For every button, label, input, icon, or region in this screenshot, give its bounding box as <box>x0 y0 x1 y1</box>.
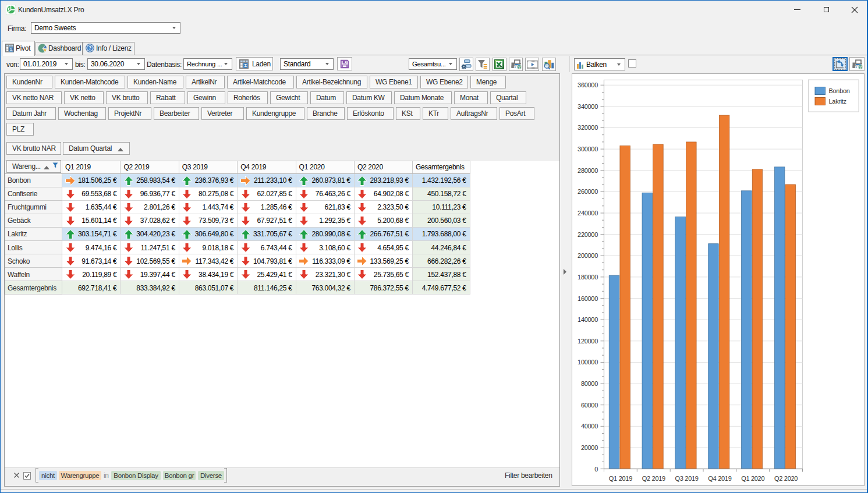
svg-text:220000: 220000 <box>578 231 598 238</box>
svg-text:?: ? <box>859 65 862 70</box>
svg-text:320000: 320000 <box>578 124 598 131</box>
svg-text:60000: 60000 <box>581 402 598 409</box>
svg-text:?: ? <box>518 65 520 70</box>
svg-text:0: 0 <box>594 466 598 473</box>
svg-text:100000: 100000 <box>578 359 598 366</box>
svg-text:180000: 180000 <box>578 274 598 281</box>
svg-text:140000: 140000 <box>578 316 598 323</box>
svg-text:Bonbon: Bonbon <box>829 87 850 94</box>
svg-text:240000: 240000 <box>578 210 598 217</box>
svg-text:80000: 80000 <box>581 380 598 387</box>
svg-text:Lakritz: Lakritz <box>829 98 846 105</box>
svg-text:40000: 40000 <box>581 423 598 430</box>
svg-text:Q1 2019: Q1 2019 <box>609 475 632 482</box>
svg-text:Q2 2019: Q2 2019 <box>642 475 665 482</box>
svg-text:260000: 260000 <box>578 188 598 195</box>
svg-text:200000: 200000 <box>578 252 598 259</box>
svg-text:Q3 2019: Q3 2019 <box>675 475 699 482</box>
svg-text:160000: 160000 <box>578 295 598 302</box>
svg-text:Q2 2020: Q2 2020 <box>774 475 798 482</box>
svg-text:120000: 120000 <box>578 338 598 345</box>
svg-text:280000: 280000 <box>578 167 598 174</box>
svg-text:20000: 20000 <box>581 444 598 451</box>
svg-text:340000: 340000 <box>578 103 598 110</box>
svg-text:Σ: Σ <box>244 63 247 68</box>
svg-text:300000: 300000 <box>578 146 598 152</box>
svg-text:Q4 2019: Q4 2019 <box>708 475 731 482</box>
svg-text:360000: 360000 <box>578 81 598 88</box>
svg-text:Q1 2020: Q1 2020 <box>741 475 764 482</box>
svg-text:?: ? <box>88 45 91 51</box>
